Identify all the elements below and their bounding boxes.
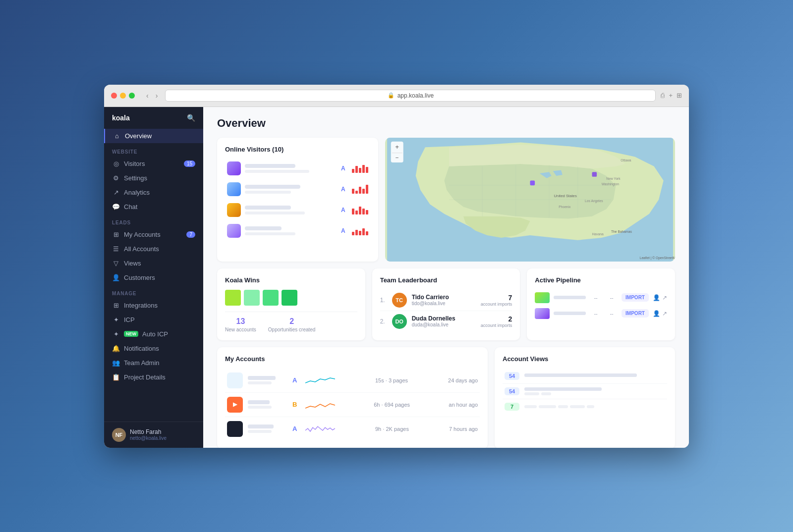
grid-icon[interactable]: ⊞ [677,92,682,99]
my-accounts-title: My Accounts [225,355,480,363]
sidebar-chat-label: Chat [124,203,137,211]
browser-window: ‹ › 🔒 app.koala.live ⎙ + ⊞ koala 🔍 ⌂ Ove… [104,85,689,448]
sidebar-item-my-accounts[interactable]: ⊞ My Accounts 7 [104,227,203,242]
view-sub-bar [524,405,537,408]
acc-sparkline [305,424,335,434]
pipeline-import-button[interactable]: IMPORT [622,293,649,302]
sidebar-item-analytics[interactable]: ↗ Analytics [104,185,203,200]
visitor-chart [352,164,368,173]
sidebar-item-settings[interactable]: ⚙ Settings [104,171,203,185]
visitor-info [245,226,337,235]
view-count-badge: 7 [505,403,519,411]
new-tab-icon[interactable]: + [669,92,673,99]
auto-icp-icon: ✦ [112,330,120,338]
sidebar-item-icp[interactable]: ✦ ICP [104,313,203,327]
search-icon[interactable]: 🔍 [187,114,195,122]
new-badge: NEW [124,331,138,337]
close-button[interactable] [111,93,117,99]
maximize-button[interactable] [129,93,135,99]
sidebar-section-leads: LEADS [104,214,203,227]
sidebar-settings-label: Settings [124,174,147,182]
pipeline-link-icon: ↗ [662,310,667,317]
user-avatar: NF [112,428,126,442]
visitor-grade: A [341,165,348,172]
sidebar-integrations-label: Integrations [124,302,158,309]
lb-rank: 1. [380,297,387,304]
sidebar: koala 🔍 ⌂ Overview WEBSITE ◎ Visitors 15… [104,107,203,448]
lb-count: 2 account imports [481,315,512,328]
middle-section: Koala Wins 13 New accounts 2 [217,268,675,340]
pipeline-actions: 👤 ↗ [653,310,667,317]
sidebar-overview-label: Overview [125,132,152,140]
minimize-button[interactable] [120,93,126,99]
sidebar-icp-label: ICP [124,316,135,323]
view-sub-bar [524,392,539,395]
leaderboard-row: 2. DO Duda Dornelles duda@koala.live 2 a… [380,311,512,332]
sidebar-item-notifications[interactable]: 🔔 Notifications [104,341,203,356]
view-name-bar [524,373,637,377]
visitor-row: A [225,201,370,219]
visitor-sub-bar [245,212,305,214]
forward-button[interactable]: › [153,91,161,101]
icp-icon: ✦ [112,316,120,323]
visitor-grade: A [341,227,348,234]
pipeline-name-bar [554,312,586,315]
lb-avatar: DO [392,314,407,329]
top-section: Online Visitors (10) A [217,138,675,262]
back-button[interactable]: ‹ [144,91,151,101]
acc-time-info: 9h · 2K pages [340,426,444,432]
acc-sparkline [305,375,335,386]
pipeline-logo [535,292,550,303]
views-icon: ▽ [112,260,120,267]
svg-text:United States: United States [554,194,577,198]
address-bar[interactable]: 🔒 app.koala.live [165,90,656,102]
sidebar-item-views[interactable]: ▽ Views [104,256,203,270]
svg-text:The Bahamas: The Bahamas [611,230,632,233]
pipeline-user-icon: 👤 [653,310,660,317]
traffic-lights [111,93,135,99]
sidebar-item-integrations[interactable]: ⊞ Integrations [104,298,203,313]
pipeline-dash1: -- [590,295,602,301]
view-sub-bar [539,405,556,408]
lb-name: Tido Carriero [412,294,476,301]
sidebar-item-chat[interactable]: 💬 Chat [104,200,203,214]
pipeline-name-bar [554,296,586,299]
sidebar-item-customers[interactable]: 👤 Customers [104,270,203,285]
visitors-icon: ◎ [112,160,120,167]
bottom-section: My Accounts A 15s · 3 pages 24 d [217,347,675,448]
sidebar-item-all-accounts[interactable]: ☰ All Accounts [104,242,203,256]
customers-icon: 👤 [112,274,120,281]
view-row: 54 [503,384,667,399]
browser-body: koala 🔍 ⌂ Overview WEBSITE ◎ Visitors 15… [104,107,689,448]
sidebar-item-overview[interactable]: ⌂ Overview [104,129,203,143]
lb-info: Duda Dornelles duda@koala.live [412,315,476,327]
visitors-list: A [225,159,370,240]
acc-name-area [248,376,287,384]
pipeline-dash1: -- [590,311,602,317]
account-logo [227,372,243,388]
sidebar-item-team-admin[interactable]: 👥 Team Admin [104,356,203,370]
sidebar-visitors-label: Visitors [124,160,145,167]
acc-sub-bar [248,381,272,384]
pipeline-dash2: -- [606,311,618,317]
account-views-card: Account Views 54 54 [495,347,675,448]
pipeline-actions: 👤 ↗ [653,294,667,301]
new-accounts-stat: 13 New accounts [225,317,256,332]
account-row: ▶ B 6h · 694 pages an hour ago [225,393,480,417]
visitor-row: A [225,159,370,178]
share-icon[interactable]: ⎙ [661,92,665,99]
visitor-avatar [227,224,241,238]
sidebar-item-auto-icp[interactable]: ✦ NEW Auto ICP [104,327,203,341]
sidebar-item-project-details[interactable]: 📋 Project Details [104,370,203,384]
my-accounts-card: My Accounts A 15s · 3 pages 24 d [217,347,488,448]
browser-chrome: ‹ › 🔒 app.koala.live ⎙ + ⊞ [104,85,689,107]
svg-text:Washington: Washington [602,182,619,186]
sidebar-user-name: Netto Farah [130,428,195,435]
sidebar-item-visitors[interactable]: ◎ Visitors 15 [104,157,203,171]
sidebar-analytics-label: Analytics [124,189,150,196]
lb-avatar: TC [392,293,407,308]
pipeline-import-button[interactable]: IMPORT [622,309,649,318]
view-sub-bars [524,392,665,395]
view-row: 54 [503,369,667,384]
koala-wins-card: Koala Wins 13 New accounts 2 [217,268,365,340]
